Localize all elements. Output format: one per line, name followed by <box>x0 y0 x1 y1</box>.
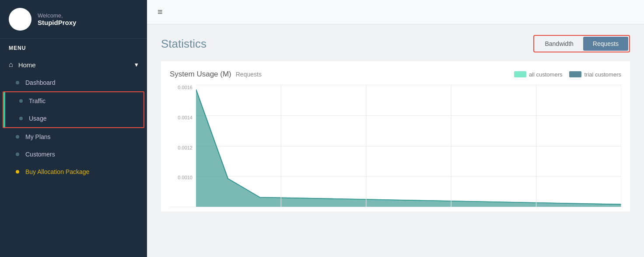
sidebar-item-dashboard[interactable]: Dashboard <box>0 74 147 91</box>
y-label-0016: 0.0016 <box>170 85 196 90</box>
chart-title: System Usage (M) <box>170 70 231 79</box>
grid-line-bottom <box>196 207 621 207</box>
logo: 🐿 <box>9 8 32 31</box>
sidebar: 🐿 Welcome, StupidProxy MENU ⌂ Home ▾ Das… <box>0 0 147 257</box>
dot-icon <box>16 170 19 174</box>
home-icon: ⌂ <box>9 61 13 69</box>
svg-marker-1 <box>196 90 621 207</box>
chart-legend: all customers trial customers <box>514 71 621 78</box>
welcome-text: Welcome, <box>38 12 76 19</box>
customers-label: Customers <box>25 151 55 158</box>
topbar: ≡ <box>147 0 644 24</box>
y-axis: 0.0016 0.0014 0.0012 0.0010 <box>170 85 196 207</box>
sidebar-item-my-plans[interactable]: My Plans <box>0 128 147 146</box>
chart-area: 0.0016 0.0014 0.0012 0.0010 <box>170 85 621 207</box>
legend-trial-customers: trial customers <box>569 71 621 78</box>
sidebar-item-traffic[interactable]: Traffic <box>4 92 144 110</box>
dashboard-label: Dashboard <box>25 79 56 86</box>
dot-icon <box>19 99 23 103</box>
chart-container: System Usage (M) Requests all customers … <box>161 61 630 212</box>
chart-svg <box>196 85 621 207</box>
chevron-down-icon: ▾ <box>135 61 138 69</box>
hamburger-menu-icon[interactable]: ≡ <box>158 7 163 17</box>
toggle-group: Bandwidth Requests <box>533 35 630 52</box>
y-label-0012: 0.0012 <box>170 145 196 150</box>
username: StupidProxy <box>38 19 76 26</box>
y-label-0010: 0.0010 <box>170 175 196 180</box>
bandwidth-toggle[interactable]: Bandwidth <box>535 37 583 51</box>
dot-icon <box>16 135 19 139</box>
legend-trial-box <box>569 71 581 77</box>
home-label: Home <box>18 61 36 69</box>
chart-subtitle: Requests <box>236 71 262 78</box>
menu-label: MENU <box>0 39 147 56</box>
legend-all-customers: all customers <box>514 71 563 78</box>
dot-icon <box>16 153 19 156</box>
dot-icon <box>19 117 23 120</box>
chart-header: System Usage (M) Requests all customers … <box>170 70 621 79</box>
logo-icon: 🐿 <box>14 13 26 26</box>
sidebar-item-customers[interactable]: Customers <box>0 146 147 163</box>
page-title: Statistics <box>161 37 206 51</box>
active-bar <box>4 92 5 127</box>
y-label-0014: 0.0014 <box>170 115 196 120</box>
requests-toggle[interactable]: Requests <box>583 37 628 51</box>
legend-trial-label: trial customers <box>584 71 621 78</box>
sidebar-welcome: Welcome, StupidProxy <box>38 12 76 26</box>
svg-marker-0 <box>196 90 621 207</box>
legend-all-label: all customers <box>529 71 563 78</box>
content-area: Statistics Bandwidth Requests System Usa… <box>147 24 644 257</box>
sidebar-header: 🐿 Welcome, StupidProxy <box>0 0 147 39</box>
buy-allocation-label: Buy Allocation Package <box>25 168 89 175</box>
sidebar-item-usage[interactable]: Usage <box>4 110 144 127</box>
sidebar-item-home[interactable]: ⌂ Home ▾ <box>0 56 147 74</box>
traffic-label: Traffic <box>29 97 46 104</box>
dot-icon <box>16 81 19 84</box>
main-content: ≡ Statistics Bandwidth Requests System U… <box>147 0 644 257</box>
legend-all-box <box>514 71 526 77</box>
sidebar-item-buy-allocation[interactable]: Buy Allocation Package <box>0 163 147 181</box>
content-header: Statistics Bandwidth Requests <box>161 35 630 52</box>
usage-label: Usage <box>29 115 46 122</box>
my-plans-label: My Plans <box>25 133 51 140</box>
sidebar-highlight-group: Traffic Usage <box>3 91 144 128</box>
